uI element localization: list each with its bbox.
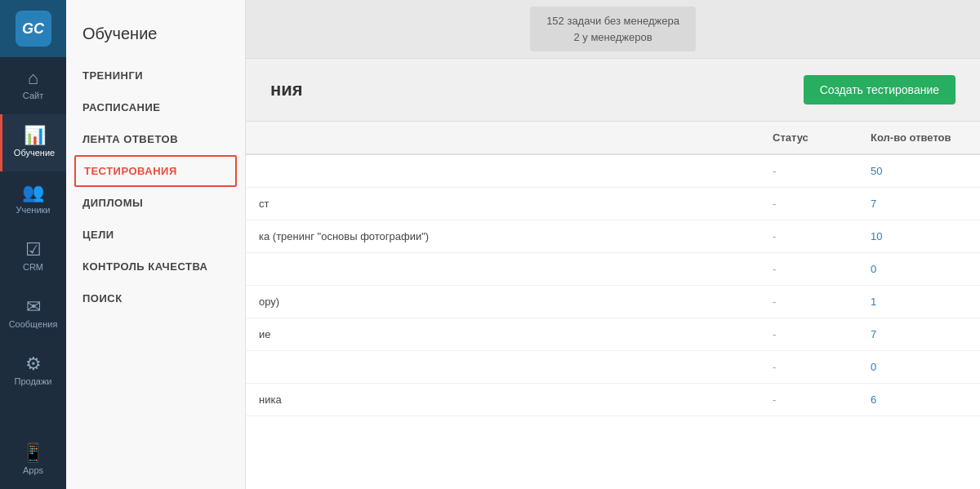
soobshenia-icon: ✉ — [26, 298, 41, 316]
sidebar-item-crm[interactable]: ☑ CRM — [0, 229, 66, 286]
apps-icon: 📱 — [22, 444, 44, 462]
sidebar-item-obuchenie[interactable]: 📊 Обучение — [0, 114, 66, 171]
submenu-item-lenta[interactable]: ЛЕНТА ОТВЕТОВ — [66, 123, 245, 155]
cell-count: 50 — [858, 154, 980, 188]
cell-name — [246, 253, 760, 286]
cell-count: 0 — [858, 253, 980, 286]
ucheniki-icon: 👥 — [22, 184, 44, 202]
sidebar-item-ucheniki[interactable]: 👥 Ученики — [0, 171, 66, 229]
logo-container: GC — [0, 0, 66, 57]
cell-name: ст — [246, 188, 760, 220]
table-row[interactable]: ору) - 1 — [246, 286, 980, 318]
table-row[interactable]: ка (тренинг "основы фотографии") - 10 — [246, 220, 980, 253]
cell-status: - — [760, 351, 858, 384]
cell-status: - — [760, 318, 858, 351]
cell-name: ору) — [246, 286, 760, 318]
cell-name — [246, 154, 760, 188]
sidebar-label-prodazhi: Продажи — [15, 376, 52, 387]
sidebar-item-site[interactable]: ⌂ Сайт — [0, 57, 66, 114]
cell-count: 10 — [858, 220, 980, 253]
cell-status: - — [760, 253, 858, 286]
sidebar-label-obuchenie: Обучение — [14, 148, 55, 158]
logo-text: GC — [22, 20, 44, 38]
create-test-button[interactable]: Создать тестирование — [804, 75, 956, 104]
cell-count: 6 — [858, 384, 980, 416]
page-title: ния — [270, 79, 303, 100]
sidebar-item-apps[interactable]: 📱 Apps — [0, 432, 66, 489]
sidebar: GC ⌂ Сайт 📊 Обучение 👥 Ученики ☑ CRM ✉ С… — [0, 0, 66, 489]
cell-count: 7 — [858, 318, 980, 351]
tests-table: Статус Кол-во ответов - 50 ст - 7 ка (тр… — [246, 122, 980, 416]
sidebar-label-ucheniki: Ученики — [16, 205, 50, 216]
table-row[interactable]: ие - 7 — [246, 318, 980, 351]
tests-table-container: Статус Кол-во ответов - 50 ст - 7 ка (тр… — [246, 122, 980, 489]
submenu-item-diplomy[interactable]: ДИПЛОМЫ — [66, 187, 245, 219]
submenu-item-testirovaniya[interactable]: ТЕСТИРОВАНИЯ — [74, 155, 237, 187]
table-row[interactable]: - 50 — [246, 154, 980, 188]
submenu-panel: Обучение ТРЕНИНГИ РАСПИСАНИЕ ЛЕНТА ОТВЕТ… — [66, 0, 246, 489]
cell-status: - — [760, 154, 858, 188]
cell-count: 7 — [858, 188, 980, 220]
table-row[interactable]: ника - 6 — [246, 384, 980, 416]
sidebar-label-site: Сайт — [23, 91, 43, 101]
submenu-item-poisk[interactable]: ПОИСК — [66, 282, 245, 314]
cell-count: 1 — [858, 286, 980, 318]
sidebar-label-soobshenia: Сообщения — [9, 319, 58, 330]
table-header-row: Статус Кол-во ответов — [246, 122, 980, 154]
site-icon: ⌂ — [28, 69, 38, 87]
prodazhi-icon: ⚙ — [25, 355, 42, 373]
cell-status: - — [760, 286, 858, 318]
cell-name: ие — [246, 318, 760, 351]
obuchenie-icon: 📊 — [24, 127, 46, 144]
cell-name — [246, 351, 760, 384]
notification-line2: 2 у менеджеров — [546, 29, 679, 46]
notification-line1: 152 задачи без менеджера — [546, 13, 679, 29]
cell-status: - — [760, 188, 858, 220]
submenu-item-tseli[interactable]: ЦЕЛИ — [66, 219, 245, 251]
table-row[interactable]: ст - 7 — [246, 188, 980, 220]
col-header-name — [246, 122, 760, 154]
submenu-item-raspisanie[interactable]: РАСПИСАНИЕ — [66, 91, 245, 123]
sidebar-item-soobshenia[interactable]: ✉ Сообщения — [0, 286, 66, 343]
table-row[interactable]: - 0 — [246, 253, 980, 286]
crm-icon: ☑ — [25, 241, 42, 259]
col-header-status: Статус — [760, 122, 858, 154]
sidebar-label-apps: Apps — [23, 465, 43, 476]
main-content: 152 задачи без менеджера 2 у менеджеров … — [246, 0, 980, 489]
sidebar-item-prodazhi[interactable]: ⚙ Продажи — [0, 343, 66, 400]
notification-box: 152 задачи без менеджера 2 у менеджеров — [530, 7, 696, 51]
sidebar-label-crm: CRM — [23, 262, 43, 273]
cell-name: ка (тренинг "основы фотографии") — [246, 220, 760, 253]
submenu-item-kontrol[interactable]: КОНТРОЛЬ КАЧЕСТВА — [66, 251, 245, 282]
top-notification-bar: 152 задачи без менеджера 2 у менеджеров — [246, 0, 980, 59]
submenu-item-treningi[interactable]: ТРЕНИНГИ — [66, 60, 245, 91]
cell-count: 0 — [858, 351, 980, 384]
cell-status: - — [760, 220, 858, 253]
cell-status: - — [760, 384, 858, 416]
page-header: ния Создать тестирование — [246, 59, 980, 122]
submenu-title: Обучение — [66, 16, 245, 60]
app-logo: GC — [16, 11, 51, 47]
table-row[interactable]: - 0 — [246, 351, 980, 384]
col-header-count: Кол-во ответов — [858, 122, 980, 154]
cell-name: ника — [246, 384, 760, 416]
